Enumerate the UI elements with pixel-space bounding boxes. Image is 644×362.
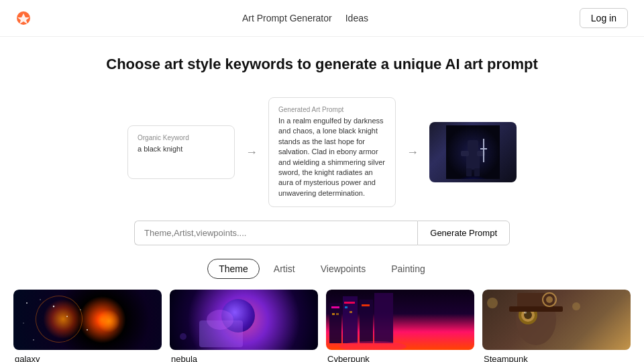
generate-button[interactable]: Generate Prompt	[417, 221, 510, 245]
flow-arrow-1: →	[246, 145, 258, 160]
grid-image-nebula	[170, 290, 318, 350]
grid-image-cyberpunk	[326, 290, 474, 350]
svg-rect-30	[336, 313, 339, 315]
nav-art-prompt-generator[interactable]: Art Prompt Generator	[242, 13, 332, 23]
svg-rect-25	[331, 306, 339, 308]
grid-item-galaxy[interactable]: galaxy	[13, 290, 162, 362]
main-nav: Art Prompt Generator Ideas	[242, 13, 368, 23]
svg-rect-39	[509, 306, 563, 312]
grid-image-galaxy	[13, 290, 162, 350]
art-grid: galaxy nebula	[0, 290, 644, 362]
svg-point-41	[546, 296, 553, 303]
svg-rect-7	[466, 168, 472, 176]
svg-rect-29	[332, 313, 335, 315]
search-row: Generate Prompt	[121, 221, 523, 245]
svg-rect-32	[350, 311, 352, 313]
tab-viewpoints[interactable]: Viewpoints	[309, 259, 377, 279]
flow-input-value: a black knight	[138, 144, 225, 154]
svg-point-43	[572, 302, 580, 310]
flow-input-box: Organic Keyword a black knight	[127, 125, 235, 179]
nebula-svg	[170, 290, 318, 350]
login-button[interactable]: Log in	[580, 8, 628, 28]
flow-input-label: Organic Keyword	[138, 134, 225, 141]
svg-rect-21	[329, 303, 341, 343]
search-input[interactable]	[134, 221, 417, 245]
steampunk-svg	[482, 290, 631, 350]
grid-image-steampunk	[482, 290, 631, 350]
svg-rect-5	[461, 151, 469, 156]
galaxy-svg	[13, 290, 162, 350]
svg-point-17	[87, 329, 88, 330]
grid-item-cyberpunk[interactable]: Cyberpunk	[326, 290, 474, 362]
svg-point-15	[66, 316, 68, 317]
svg-rect-4	[468, 140, 478, 152]
flow-diagram: Organic Keyword a black knight → Generat…	[87, 97, 557, 207]
svg-point-42	[487, 298, 498, 308]
nav-ideas[interactable]: Ideas	[345, 13, 368, 23]
hero-section: Choose art style keywords to generate a …	[0, 37, 644, 86]
category-tabs: Theme Artist Viewpoints Painting	[0, 259, 644, 279]
svg-point-14	[23, 322, 23, 323]
grid-label-nebula: nebula	[170, 350, 318, 362]
grid-label-cyberpunk: Cyberpunk	[326, 350, 474, 362]
grid-label-galaxy: galaxy	[13, 350, 162, 362]
grid-item-steampunk[interactable]: Steampunk	[482, 290, 631, 362]
header: Art Prompt Generator Ideas Log in	[0, 0, 644, 37]
svg-point-13	[53, 306, 54, 307]
svg-point-11	[26, 302, 28, 304]
cyberpunk-svg	[326, 290, 474, 350]
svg-rect-24	[374, 293, 393, 343]
grid-label-steampunk: Steampunk	[482, 350, 631, 362]
tab-painting[interactable]: Painting	[380, 259, 437, 279]
svg-rect-8	[474, 168, 480, 176]
logo-icon	[16, 11, 31, 25]
tab-artist[interactable]: Artist	[262, 259, 307, 279]
flow-output-label: Generated Art Prompt	[278, 106, 386, 113]
flow-result-image	[429, 122, 517, 182]
hero-title: Choose art style keywords to generate a …	[11, 56, 633, 73]
logo	[16, 11, 31, 25]
flow-arrow-2: →	[407, 145, 419, 160]
tab-theme[interactable]: Theme	[207, 259, 260, 279]
svg-rect-26	[344, 302, 355, 304]
svg-point-16	[80, 309, 81, 310]
svg-rect-31	[345, 306, 347, 308]
flow-output-box: Generated Art Prompt In a realm engulfed…	[268, 97, 396, 207]
svg-rect-27	[362, 304, 370, 306]
svg-point-18	[33, 339, 34, 341]
svg-point-12	[40, 299, 41, 300]
grid-item-nebula[interactable]: nebula	[170, 290, 318, 362]
svg-point-19	[207, 310, 233, 330]
flow-output-text: In a realm engulfed by darkness and chao…	[278, 116, 386, 198]
knight-svg	[446, 125, 500, 179]
svg-point-20	[180, 333, 186, 340]
